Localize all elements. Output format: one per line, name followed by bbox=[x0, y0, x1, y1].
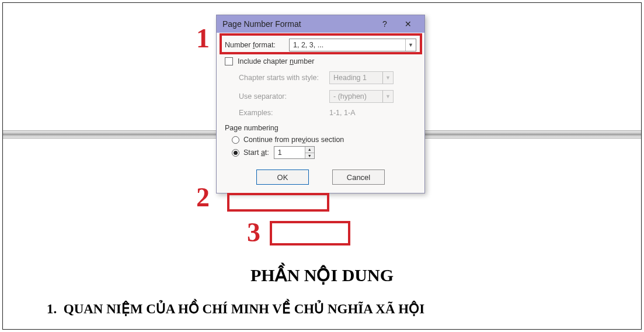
spinner-up[interactable]: ▲ bbox=[305, 147, 314, 153]
include-chapter-label: Include chapter number bbox=[238, 57, 314, 65]
continue-radio-row[interactable]: Continue from previous section bbox=[232, 136, 416, 144]
include-chapter-row[interactable]: Include chapter number bbox=[225, 57, 416, 65]
spinner-buttons: ▲ ▼ bbox=[305, 147, 314, 158]
highlight-2 bbox=[227, 193, 329, 212]
cancel-button[interactable]: Cancel bbox=[332, 170, 385, 185]
callout-number-1: 1 bbox=[196, 23, 210, 54]
heading-text: QUAN NIỆM CỦA HỒ CHÍ MINH VỀ CHỦ NGHĨA X… bbox=[64, 302, 424, 316]
page-numbering-group: Page numbering Continue from previous se… bbox=[225, 124, 416, 159]
number-format-row: Number format: 1, 2, 3, ... ▼ bbox=[225, 39, 416, 51]
callout-number-3: 3 bbox=[247, 217, 260, 248]
start-at-radio-row[interactable]: Start at: 1 ▲ ▼ bbox=[232, 146, 416, 159]
examples-label: Examples: bbox=[239, 109, 329, 117]
chapter-starts-combo: Heading 1 ▼ bbox=[329, 71, 394, 84]
ok-button[interactable]: OK bbox=[256, 170, 309, 185]
start-at-radio[interactable] bbox=[232, 149, 239, 157]
chapter-starts-label: Chapter starts with style: bbox=[239, 74, 329, 82]
spinner-down[interactable]: ▼ bbox=[305, 153, 314, 159]
continue-label: Continue from previous section bbox=[243, 136, 344, 144]
dialog-titlebar[interactable]: Page Number Format ? ✕ bbox=[217, 15, 424, 33]
use-separator-value: - (hyphen) bbox=[333, 92, 367, 101]
callout-number-2: 2 bbox=[196, 182, 210, 213]
include-chapter-checkbox[interactable] bbox=[225, 57, 233, 65]
chevron-down-icon: ▼ bbox=[382, 91, 393, 102]
close-button[interactable]: ✕ bbox=[396, 15, 420, 33]
document-heading: 1. QUAN NIỆM CỦA HỒ CHÍ MINH VỀ CHỦ NGHĨ… bbox=[47, 301, 618, 317]
page-frame: Page Number Format ? ✕ Number format: 1,… bbox=[2, 2, 642, 330]
number-format-value: 1, 2, 3, ... bbox=[293, 41, 323, 49]
chapter-starts-value: Heading 1 bbox=[333, 74, 367, 82]
examples-value: 1-1, 1-A bbox=[329, 109, 355, 117]
start-at-label: Start at: bbox=[243, 148, 269, 157]
chevron-down-icon: ▼ bbox=[382, 72, 393, 84]
dialog-body: Number format: 1, 2, 3, ... ▼ Include ch… bbox=[217, 33, 424, 193]
number-format-combo[interactable]: 1, 2, 3, ... ▼ bbox=[289, 39, 416, 51]
start-at-value: 1 bbox=[278, 148, 282, 157]
continue-radio[interactable] bbox=[232, 136, 239, 144]
page-number-format-dialog: Page Number Format ? ✕ Number format: 1,… bbox=[216, 15, 425, 193]
dialog-title: Page Number Format bbox=[222, 19, 373, 29]
chapter-options: Chapter starts with style: Heading 1 ▼ U… bbox=[225, 71, 416, 117]
highlight-3 bbox=[270, 221, 350, 245]
help-button[interactable]: ? bbox=[373, 15, 396, 33]
dialog-buttons: OK Cancel bbox=[225, 170, 416, 185]
document-title: PHẦN NỘI DUNG bbox=[3, 265, 641, 285]
start-at-spinner[interactable]: 1 ▲ ▼ bbox=[274, 146, 315, 159]
heading-number: 1. bbox=[47, 302, 57, 316]
chevron-down-icon: ▼ bbox=[405, 39, 416, 51]
number-format-label: Number format: bbox=[225, 41, 289, 49]
page-numbering-label: Page numbering bbox=[225, 124, 416, 132]
use-separator-label: Use separator: bbox=[239, 92, 329, 101]
use-separator-combo: - (hyphen) ▼ bbox=[329, 90, 394, 103]
